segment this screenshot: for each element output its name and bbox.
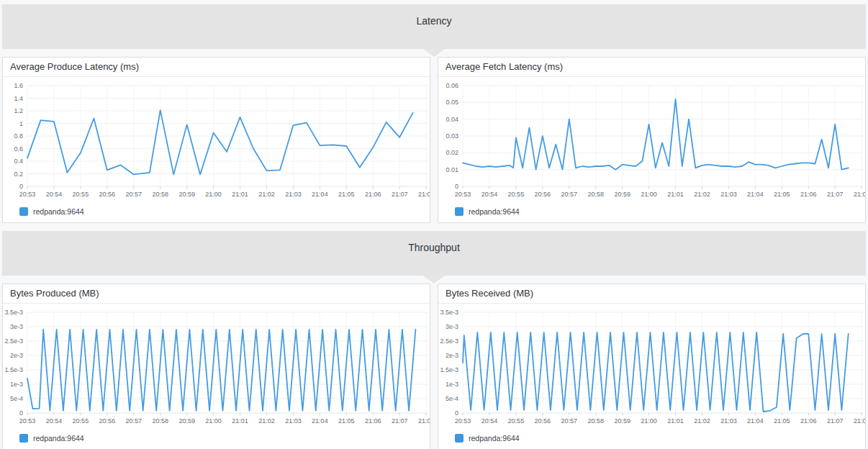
svg-text:20:54: 20:54 [482,191,498,198]
svg-text:20:58: 20:58 [587,417,604,425]
legend-label: redpanda:9644 [469,207,520,216]
legend-item[interactable]: redpanda:9644 [438,433,865,449]
svg-text:21:04: 21:04 [312,191,328,198]
svg-text:21:01: 21:01 [232,191,248,198]
svg-text:20:56: 20:56 [99,191,116,198]
svg-text:20:56: 20:56 [535,191,551,198]
svg-text:3.5e-3: 3.5e-3 [440,309,458,316]
svg-text:0.01: 0.01 [446,166,458,173]
legend-swatch-icon [455,207,464,216]
svg-text:20:58: 20:58 [152,417,168,425]
svg-text:20:54: 20:54 [482,417,498,425]
svg-text:20:55: 20:55 [73,417,89,425]
svg-text:0: 0 [455,409,458,417]
svg-text:21:02: 21:02 [694,417,710,425]
svg-text:21:04: 21:04 [747,417,764,425]
svg-text:0: 0 [19,409,23,417]
legend-item[interactable]: redpanda:9644 [438,207,865,222]
svg-text:20:59: 20:59 [178,417,195,425]
legend-item[interactable]: redpanda:9644 [3,207,430,222]
dashboard: Latency Average Produce Latency (ms) 20:… [0,0,868,449]
panel-average-fetch-latency: Average Fetch Latency (ms) 20:5320:5420:… [438,57,866,223]
section-title-throughput: Throughput [408,231,460,253]
svg-text:20:53: 20:53 [19,191,36,198]
svg-text:21:04: 21:04 [747,191,764,198]
svg-text:21:05: 21:05 [338,191,355,198]
panel-title: Average Fetch Latency (ms) [438,58,865,77]
legend-item[interactable]: redpanda:9644 [3,433,430,449]
collapse-notch-icon [423,276,445,284]
svg-text:20:59: 20:59 [614,191,630,198]
throughput-row: Bytes Produced (MB) 20:5320:5420:5520:56… [2,284,866,449]
svg-text:21:06: 21:06 [365,191,381,198]
svg-text:20:55: 20:55 [508,417,525,425]
svg-text:21:00: 21:00 [205,417,222,425]
bytes-received-chart[interactable]: 20:5320:5420:5520:5620:5720:5820:5921:00… [438,305,865,433]
legend-swatch-icon [455,434,464,443]
svg-text:1e-3: 1e-3 [446,381,458,388]
svg-text:20:59: 20:59 [178,191,195,198]
svg-text:20:55: 20:55 [73,191,89,198]
svg-text:1.4: 1.4 [14,95,23,102]
average-fetch-latency-chart[interactable]: 20:5320:5420:5520:5620:5720:5820:5921:00… [438,78,865,207]
svg-text:21:03: 21:03 [285,417,302,425]
svg-text:0.4: 0.4 [14,158,23,165]
svg-text:0.02: 0.02 [446,149,458,156]
svg-text:1e-3: 1e-3 [10,381,23,388]
svg-text:20:57: 20:57 [126,417,143,425]
svg-text:5e-4: 5e-4 [446,395,458,402]
panel-bytes-received: Bytes Received (MB) 20:5320:5420:5520:56… [438,284,866,449]
svg-text:21:08: 21:08 [854,417,865,425]
svg-text:0.8: 0.8 [14,132,23,140]
svg-text:20:56: 20:56 [99,417,116,425]
svg-text:21:05: 21:05 [774,417,790,425]
svg-text:21:08: 21:08 [418,417,430,425]
collapse-notch-icon [423,49,445,57]
svg-text:21:08: 21:08 [418,191,430,198]
svg-text:2.5e-3: 2.5e-3 [4,337,23,345]
legend-swatch-icon [19,434,28,443]
svg-text:20:57: 20:57 [561,417,578,425]
panel-bytes-produced: Bytes Produced (MB) 20:5320:5420:5520:56… [2,284,430,449]
panel-title: Average Produce Latency (ms) [3,58,430,77]
svg-text:21:03: 21:03 [720,191,737,198]
section-header-throughput[interactable]: Throughput [2,231,866,276]
svg-text:21:08: 21:08 [854,191,865,198]
legend-label: redpanda:9644 [33,207,84,216]
svg-text:21:00: 21:00 [641,191,657,198]
svg-text:1.6: 1.6 [14,82,23,89]
svg-text:20:53: 20:53 [19,417,36,425]
svg-text:21:07: 21:07 [392,191,408,198]
section-header-latency[interactable]: Latency [2,4,866,49]
svg-text:21:07: 21:07 [392,417,408,425]
svg-text:0.03: 0.03 [446,132,458,140]
latency-row: Average Produce Latency (ms) 20:5320:542… [2,57,866,223]
svg-text:21:03: 21:03 [720,417,737,425]
svg-text:2.5e-3: 2.5e-3 [440,337,458,345]
svg-text:21:04: 21:04 [312,417,328,425]
svg-text:21:00: 21:00 [641,417,657,425]
svg-text:20:57: 20:57 [561,191,578,198]
svg-text:21:02: 21:02 [694,191,710,198]
svg-text:20:53: 20:53 [455,191,471,198]
svg-text:20:53: 20:53 [455,417,471,425]
svg-text:21:03: 21:03 [285,191,302,198]
legend-label: redpanda:9644 [469,434,520,443]
svg-text:21:02: 21:02 [258,417,275,425]
average-produce-latency-chart[interactable]: 20:5320:5420:5520:5620:5720:5820:5921:00… [3,78,430,207]
svg-text:1.2: 1.2 [14,107,23,114]
svg-text:3.5e-3: 3.5e-3 [4,309,23,316]
legend-label: redpanda:9644 [33,434,84,443]
svg-text:0.6: 0.6 [14,145,23,153]
svg-text:20:54: 20:54 [46,417,63,425]
svg-text:5e-4: 5e-4 [10,395,23,402]
bytes-produced-chart[interactable]: 20:5320:5420:5520:5620:5720:5820:5921:00… [3,305,430,433]
svg-text:20:55: 20:55 [508,191,525,198]
svg-text:1: 1 [19,120,23,127]
svg-text:0.04: 0.04 [446,116,458,123]
svg-text:2e-3: 2e-3 [10,352,23,359]
legend-swatch-icon [19,207,28,216]
svg-text:20:56: 20:56 [535,417,551,425]
panel-title: Bytes Produced (MB) [3,284,430,304]
svg-text:21:01: 21:01 [232,417,248,425]
